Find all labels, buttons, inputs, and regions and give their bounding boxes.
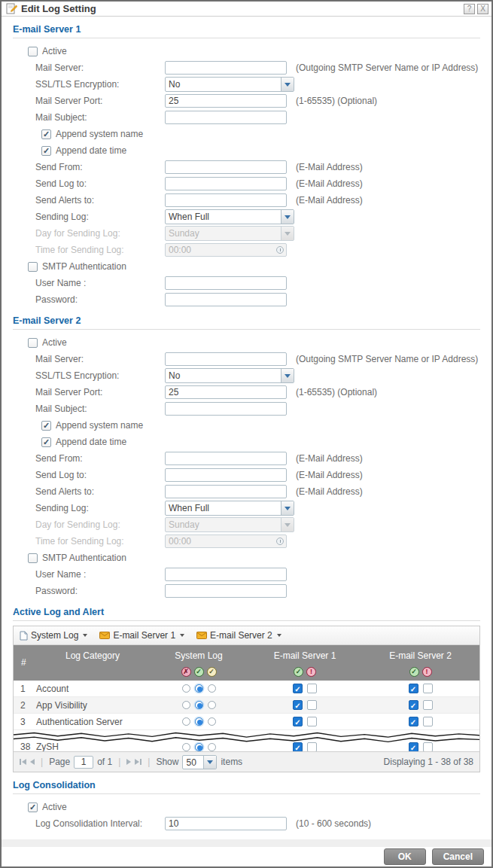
clock-icon <box>276 246 284 254</box>
send-from-label: Send From: <box>35 453 165 464</box>
ok-button[interactable]: OK <box>384 848 426 865</box>
system-log-menu-button[interactable]: System Log <box>20 630 87 641</box>
smtp-authentication-checkbox[interactable] <box>28 553 38 563</box>
sending-log-select[interactable]: When Full <box>165 209 294 224</box>
email1-alert-checkbox[interactable] <box>307 684 317 693</box>
system-log-debug-radio[interactable] <box>208 701 216 709</box>
next-page-button[interactable] <box>126 759 131 765</box>
log-consolidation-interval-input[interactable] <box>165 817 287 830</box>
email1-log-checkbox[interactable] <box>293 700 303 710</box>
sending-log-select[interactable]: When Full <box>165 501 294 516</box>
enable-log-all-icon[interactable]: ✓ <box>194 667 204 677</box>
footer-divider-band <box>2 839 491 847</box>
active-checkbox[interactable] <box>28 338 38 348</box>
email1-log-all-icon[interactable]: ✓ <box>294 667 303 677</box>
row-number: 1 <box>14 684 36 694</box>
chevron-down-icon <box>281 518 294 531</box>
chevron-down-icon <box>281 78 294 91</box>
enable-debug-all-icon[interactable]: ✓ <box>207 667 217 677</box>
password-input[interactable] <box>165 584 287 598</box>
email2-log-checkbox[interactable] <box>409 717 418 726</box>
pagination-bar: | Page of 1 | | Show 50 items Displaying… <box>14 751 479 772</box>
email1-alert-all-icon[interactable]: ! <box>306 667 316 677</box>
show-items-value: 50 <box>183 756 203 769</box>
system-log-normal-radio[interactable] <box>195 701 203 709</box>
mail-subject-input[interactable] <box>165 111 287 124</box>
ssl-tls-select[interactable]: No <box>165 77 294 92</box>
cancel-button[interactable]: Cancel <box>432 848 484 865</box>
append-date-time-checkbox[interactable] <box>41 437 51 447</box>
send-log-to-input[interactable] <box>165 177 287 190</box>
mail-server-port-input[interactable] <box>165 94 287 108</box>
mail-server-input[interactable] <box>165 352 287 366</box>
close-button[interactable]: X <box>477 4 488 14</box>
system-log-debug-radio[interactable] <box>208 717 216 726</box>
email2-alert-checkbox[interactable] <box>423 717 433 726</box>
log-consolidation-active-checkbox[interactable] <box>28 803 38 812</box>
system-log-disable-radio[interactable] <box>182 717 190 726</box>
last-page-button[interactable] <box>135 759 142 765</box>
append-system-name-checkbox[interactable] <box>41 421 51 431</box>
send-log-to-input[interactable] <box>165 468 287 482</box>
dialog-content: E-mail Server 1 Active Mail Server: (Out… <box>2 17 491 832</box>
user-name-input[interactable] <box>165 276 287 290</box>
append-date-time-checkbox[interactable] <box>41 146 51 156</box>
email2-log-checkbox[interactable] <box>409 684 418 693</box>
email1-alert-checkbox[interactable] <box>307 717 317 726</box>
sending-log-label: Sending Log: <box>35 503 165 513</box>
email2-log-checkbox[interactable] <box>409 700 418 710</box>
send-from-input[interactable] <box>165 452 287 465</box>
mail-subject-label: Mail Subject: <box>35 112 165 123</box>
ssl-tls-select[interactable]: No <box>165 368 294 383</box>
send-alerts-to-input[interactable] <box>165 485 287 498</box>
table-row: 1 Account <box>14 681 479 697</box>
mail-server-port-input[interactable] <box>165 385 287 399</box>
email2-alert-checkbox[interactable] <box>423 684 433 693</box>
help-button[interactable]: ? <box>464 4 475 14</box>
table-toolbar: System Log E-mail Server 1 <box>14 626 479 645</box>
system-log-normal-radio[interactable] <box>195 717 203 726</box>
send-from-input[interactable] <box>165 160 287 174</box>
email1-alert-checkbox[interactable] <box>307 700 317 710</box>
email-server-2-menu-button[interactable]: E-mail Server 2 <box>196 630 281 641</box>
sending-log-value: When Full <box>166 501 281 515</box>
email2-alert-checkbox[interactable] <box>423 700 433 710</box>
chevron-down-icon <box>180 634 184 637</box>
system-log-normal-radio[interactable] <box>195 684 203 693</box>
column-number-header: # <box>21 657 26 668</box>
log-category: App Visibility <box>36 700 149 711</box>
system-log-debug-radio[interactable] <box>208 684 216 693</box>
send-alerts-to-hint: (E-Mail Address) <box>296 195 363 206</box>
chevron-down-icon <box>83 634 87 637</box>
mail-subject-input[interactable] <box>165 402 287 416</box>
column-system-log-header: System Log <box>149 650 248 661</box>
smtp-authentication-label: SMTP Authentication <box>42 261 126 272</box>
email-server-1-menu-button[interactable]: E-mail Server 1 <box>99 630 184 641</box>
email1-log-checkbox[interactable] <box>293 684 303 693</box>
send-alerts-to-input[interactable] <box>165 193 287 207</box>
prev-page-button[interactable] <box>30 759 35 765</box>
system-log-disable-radio[interactable] <box>182 701 190 709</box>
send-log-to-label: Send Log to: <box>35 178 165 189</box>
append-date-time-label: Append date time <box>56 437 126 447</box>
first-page-button[interactable] <box>20 759 26 765</box>
smtp-authentication-checkbox[interactable] <box>28 262 38 272</box>
show-items-select[interactable]: 50 <box>182 755 217 769</box>
mail-icon <box>196 632 207 639</box>
active-checkbox[interactable] <box>28 47 38 56</box>
page-number-input[interactable] <box>74 756 93 769</box>
mail-server-input[interactable] <box>165 61 287 75</box>
append-system-name-checkbox[interactable] <box>41 129 51 139</box>
email2-alert-all-icon[interactable]: ! <box>422 667 432 677</box>
chevron-down-icon <box>277 634 281 637</box>
sending-log-value: When Full <box>166 210 281 224</box>
section-title: E-mail Server 1 <box>13 24 480 38</box>
day-for-sending-log-select: Sunday <box>165 517 294 532</box>
user-name-input[interactable] <box>165 568 287 581</box>
email2-log-all-icon[interactable]: ✓ <box>409 667 419 677</box>
password-input[interactable] <box>165 293 287 306</box>
system-log-disable-radio[interactable] <box>182 684 190 693</box>
disable-all-icon[interactable]: ✗ <box>181 667 191 677</box>
tear-zigzag <box>14 730 479 746</box>
email1-log-checkbox[interactable] <box>293 717 303 726</box>
